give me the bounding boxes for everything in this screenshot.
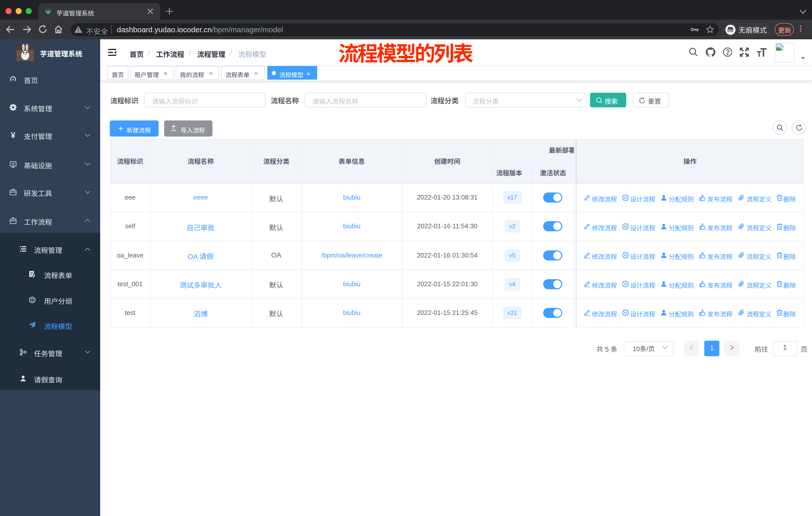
svg-text:¥: ¥ xyxy=(10,132,16,139)
